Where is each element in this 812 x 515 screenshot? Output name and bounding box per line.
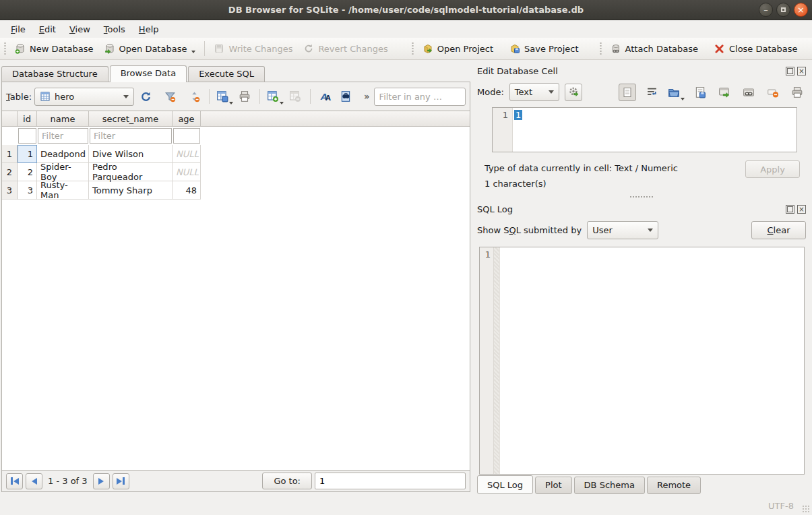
cell-id[interactable]: 3 — [18, 181, 37, 200]
maximize-button[interactable] — [776, 3, 790, 17]
find-icon — [340, 90, 352, 102]
tab-database-structure[interactable]: Database Structure — [1, 66, 108, 82]
clear-filters-button[interactable] — [161, 88, 179, 105]
import-cell-button[interactable] — [667, 84, 685, 101]
copy-url-button[interactable] — [740, 84, 757, 101]
insert-record-button[interactable] — [266, 88, 284, 105]
row-number[interactable]: 2 — [2, 163, 18, 181]
text-mode-button[interactable] — [619, 84, 636, 101]
export-cell-button[interactable] — [691, 84, 709, 101]
cell-age[interactable]: NULL — [173, 145, 201, 163]
cell-char-count: 1 character(s) — [485, 176, 678, 191]
resize-grip[interactable] — [802, 505, 810, 513]
clear-log-button[interactable]: Clear — [751, 221, 806, 239]
refresh-button[interactable] — [137, 88, 154, 105]
filter-input-secret-name[interactable] — [90, 128, 172, 144]
save-table-button[interactable] — [216, 88, 233, 105]
data-grid: id name secret_name age 1 — [2, 111, 470, 471]
main-toolbar: New Database Open Database Write Changes… — [0, 38, 812, 60]
cell-secret-name[interactable]: Dive Wilson — [89, 145, 173, 163]
find-in-table-button[interactable] — [337, 88, 354, 105]
menu-help[interactable]: Help — [132, 22, 166, 36]
cell-name[interactable]: Rusty-Man — [37, 181, 89, 200]
table-row: 3 3 Rusty-Man Tommy Sharp 48 — [2, 181, 470, 200]
close-panel-icon[interactable]: × — [797, 205, 806, 214]
font-settings-button[interactable]: AA — [317, 88, 334, 105]
dock-tab-db-schema[interactable]: DB Schema — [574, 477, 645, 494]
write-changes-icon — [214, 43, 224, 54]
print-table-button[interactable] — [236, 88, 253, 105]
cell-secret-name[interactable]: Pedro Parqueador — [89, 163, 173, 181]
mode-label: Mode: — [477, 87, 504, 97]
previous-page-button[interactable] — [26, 473, 42, 489]
tab-browse-data[interactable]: Browse Data — [110, 65, 187, 82]
sql-source-select[interactable]: User — [587, 221, 658, 239]
open-in-external-button[interactable] — [716, 84, 733, 101]
close-panel-icon[interactable]: × — [797, 67, 806, 75]
clear-sorting-button[interactable] — [185, 88, 203, 105]
tab-execute-sql[interactable]: Execute SQL — [188, 66, 265, 82]
cell-info-row: Type of data currently in cell: Text / N… — [485, 160, 800, 191]
close-button[interactable]: × — [794, 3, 808, 17]
column-header-age[interactable]: age — [173, 111, 201, 126]
clear-sort-icon — [189, 91, 200, 102]
toolbar-grip[interactable] — [411, 42, 415, 55]
corner-header[interactable] — [2, 111, 18, 126]
toolbar-overflow-button[interactable]: » — [363, 91, 371, 102]
filter-input-name[interactable] — [38, 128, 88, 144]
close-database-button[interactable]: Close Database — [709, 40, 803, 57]
sql-log-content[interactable] — [500, 247, 503, 474]
filter-input-id[interactable] — [18, 128, 36, 144]
first-page-button[interactable] — [6, 473, 23, 489]
toolbar-grip[interactable] — [599, 42, 603, 55]
goto-input[interactable] — [315, 473, 466, 489]
text-document-icon — [622, 87, 633, 98]
menu-view[interactable]: View — [63, 22, 97, 36]
revert-changes-icon — [303, 43, 314, 54]
menu-file[interactable]: File — [4, 22, 32, 36]
set-null-button[interactable] — [764, 84, 782, 101]
open-database-button[interactable]: Open Database — [99, 40, 201, 57]
float-panel-icon[interactable] — [786, 205, 794, 214]
column-header-id[interactable]: id — [18, 111, 37, 126]
goto-button[interactable]: Go to: — [262, 473, 312, 489]
dock-tab-plot[interactable]: Plot — [535, 477, 572, 494]
dock-tab-sql-log[interactable]: SQL Log — [477, 475, 533, 494]
new-database-button[interactable]: New Database — [9, 40, 99, 57]
float-panel-icon[interactable] — [786, 67, 794, 75]
row-number[interactable]: 1 — [2, 145, 18, 163]
cell-id[interactable]: 1 — [18, 145, 37, 163]
cell-age[interactable]: NULL — [173, 163, 201, 181]
menu-tools[interactable]: Tools — [97, 22, 132, 36]
menu-edit[interactable]: Edit — [32, 22, 63, 36]
save-project-button[interactable]: Save Project — [504, 40, 584, 57]
mode-select[interactable]: Text — [509, 83, 559, 101]
cell-editor[interactable]: 1 1 — [492, 107, 797, 152]
column-header-name[interactable]: name — [37, 111, 89, 126]
minimize-button[interactable]: – — [759, 3, 773, 17]
toolbar-separator — [259, 89, 260, 104]
print-cell-button[interactable] — [788, 84, 806, 101]
toolbar-grip[interactable] — [3, 42, 7, 55]
table-row: 2 2 Spider-Boy Pedro Parqueador NULL — [2, 163, 470, 181]
attach-database-button[interactable]: Attach Database — [605, 40, 704, 57]
cell-editor-content[interactable]: 1 — [513, 108, 524, 152]
row-number[interactable]: 3 — [2, 181, 18, 200]
filter-any-column-input[interactable] — [374, 88, 466, 106]
cell-name[interactable]: Spider-Boy — [37, 163, 89, 181]
cell-name[interactable]: Deadpond — [37, 145, 89, 163]
word-wrap-button[interactable] — [643, 84, 660, 101]
cell-id[interactable]: 2 — [18, 163, 37, 181]
filter-input-age[interactable] — [173, 128, 200, 144]
cell-age[interactable]: 48 — [173, 181, 201, 200]
table-select[interactable]: hero — [34, 88, 134, 106]
column-header-secret-name[interactable]: secret_name — [89, 111, 173, 126]
next-page-button[interactable] — [93, 473, 110, 489]
open-project-button[interactable]: Open Project — [417, 40, 499, 57]
auto-switch-mode-button[interactable] — [565, 84, 582, 101]
panel-splitter[interactable] — [477, 191, 806, 202]
cell-secret-name[interactable]: Tommy Sharp — [89, 181, 173, 200]
last-page-button[interactable] — [113, 473, 129, 489]
sql-log-editor[interactable]: 1 — [479, 247, 805, 475]
dock-tab-remote[interactable]: Remote — [647, 477, 701, 494]
